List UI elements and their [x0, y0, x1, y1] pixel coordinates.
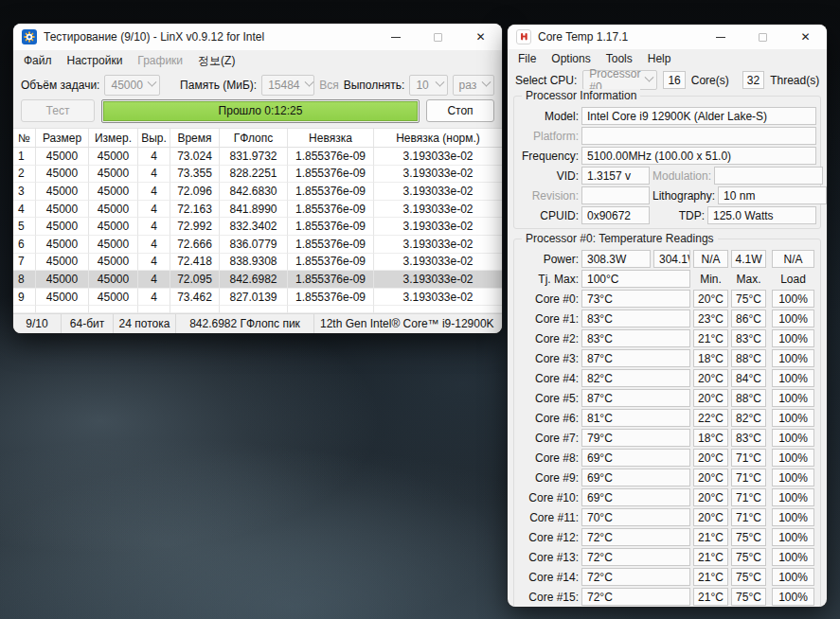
core-current-temp: 79°C: [581, 429, 690, 447]
column-header[interactable]: Время: [170, 129, 220, 148]
core-label: Core #12:: [518, 531, 579, 544]
core-min-temp: 18°C: [693, 349, 728, 367]
core-count-label: Core(s): [691, 74, 729, 87]
platform-value: [581, 127, 816, 145]
core-temp-row: Core #9: 69°C 20°C 71°C 100%: [518, 469, 816, 486]
core-current-temp: 87°C: [581, 389, 690, 407]
core-max-temp: 84°C: [731, 369, 766, 387]
core-temp-rows: Core #0: 73°C 20°C 75°C 100% Core #1: 83…: [518, 290, 816, 606]
run-count-combo[interactable]: 10: [409, 75, 447, 96]
core-min-temp: 21°C: [693, 548, 728, 566]
coretemp-titlebar[interactable]: Core Temp 1.17.1 ✕: [508, 25, 827, 49]
core-max-temp: 86°C: [731, 310, 766, 327]
core-min-temp: 22°C: [693, 409, 728, 427]
core-load: 100%: [772, 349, 814, 367]
core-current-temp: 69°C: [581, 469, 690, 486]
core-current-temp: 83°C: [581, 310, 690, 327]
power-value: N/A: [772, 250, 814, 268]
power-value: N/A: [693, 250, 728, 268]
column-header[interactable]: Размер: [36, 129, 89, 148]
table-row[interactable]: 5 45000 45000 4 72.992 832.3402 1.855376…: [13, 218, 502, 236]
table-row[interactable]: 4 45000 45000 4 72.163 841.8990 1.855376…: [13, 201, 502, 219]
menu-item[interactable]: Options: [544, 50, 598, 67]
core-max-temp: 88°C: [731, 349, 766, 367]
table-row[interactable]: 7 45000 45000 4 72.418 838.9308 1.855376…: [13, 254, 502, 272]
maximize-icon: [434, 33, 442, 42]
max-column-header: Max.: [731, 273, 766, 286]
menu-item[interactable]: Файл: [16, 52, 60, 69]
table-row[interactable]: 9 45000 45000 4 73.462 827.0139 1.855376…: [13, 289, 502, 307]
table-row[interactable]: 2 45000 45000 4 73.355 828.2251 1.855376…: [13, 166, 502, 184]
menu-item[interactable]: Настройки: [60, 52, 131, 69]
menu-item[interactable]: Help: [640, 50, 679, 67]
menu-item[interactable]: 정보(Z): [190, 51, 242, 71]
core-current-temp: 72°C: [581, 568, 690, 586]
memory-label: Память (МиБ):: [180, 79, 257, 92]
core-temp-row: Core #6: 81°C 22°C 82°C 100%: [518, 409, 816, 427]
core-min-temp: 20°C: [693, 449, 728, 467]
cpuid-label: CPUID:: [518, 209, 579, 222]
thread-count-label: Thread(s): [770, 74, 819, 87]
linx-titlebar[interactable]: Тестирование (9/10) - LinX v0.9.12 for I…: [13, 24, 502, 50]
core-min-temp: 20°C: [693, 369, 728, 387]
column-header[interactable]: Невязка (норм.): [374, 129, 502, 148]
chevron-down-icon: [147, 78, 156, 87]
column-header[interactable]: Выр.: [138, 129, 170, 148]
table-row[interactable]: 1 45000 45000 4 73.024 831.9732 1.855376…: [13, 148, 502, 166]
coretemp-app-icon: [516, 29, 531, 44]
linx-app-icon: [22, 29, 37, 44]
run-unit-combo[interactable]: раз: [453, 75, 494, 96]
core-max-temp: 71°C: [731, 508, 766, 526]
problem-size-combo[interactable]: 45000: [104, 75, 159, 96]
column-header[interactable]: Невязка: [288, 129, 374, 148]
core-load: 100%: [772, 369, 814, 387]
core-label: Core #14:: [518, 571, 579, 584]
core-temp-row: Core #10: 69°C 20°C 71°C 100%: [518, 488, 816, 506]
column-header[interactable]: ГФлопс: [220, 129, 288, 148]
core-label: Core #3:: [518, 352, 579, 365]
linx-menubar: ФайлНастройкиГрафики정보(Z): [13, 50, 502, 71]
processor-combo[interactable]: Processor #0: [582, 70, 657, 90]
core-current-temp: 72°C: [581, 588, 690, 606]
maximize-button[interactable]: [742, 25, 784, 49]
core-max-temp: 82°C: [731, 409, 766, 427]
lithography-label: Lithography:: [652, 189, 715, 203]
core-current-temp: 72°C: [581, 548, 690, 566]
menu-item[interactable]: File: [510, 50, 544, 67]
tdp-label: TDP:: [652, 209, 705, 222]
core-current-temp: 83°C: [581, 329, 690, 347]
tjmax-value: 100°C: [581, 270, 690, 288]
core-label: Core #9:: [518, 471, 579, 485]
table-row[interactable]: 3 45000 45000 4 72.096 842.6830 1.855376…: [13, 183, 502, 201]
core-min-temp: 18°C: [693, 429, 728, 447]
chevron-down-icon: [645, 73, 654, 82]
core-temp-row: Core #3: 87°C 18°C 88°C 100%: [518, 349, 816, 367]
core-label: Core #0:: [518, 292, 579, 306]
column-header[interactable]: №: [13, 129, 36, 148]
memory-combo[interactable]: 15484: [261, 75, 314, 96]
table-row[interactable]: 6 45000 45000 4 72.666 836.0779 1.855376…: [13, 236, 502, 254]
tjmax-label: Tj. Max:: [518, 273, 579, 286]
column-header[interactable]: Измер.: [89, 129, 138, 148]
core-current-temp: 81°C: [581, 409, 690, 427]
core-load: 100%: [772, 310, 814, 327]
thread-count-box: 32: [742, 71, 764, 89]
minimize-button[interactable]: [699, 25, 742, 49]
maximize-button[interactable]: [417, 24, 459, 50]
menu-item[interactable]: Графики: [130, 52, 190, 69]
core-max-temp: 75°C: [731, 548, 766, 566]
test-button[interactable]: Тест: [21, 99, 95, 122]
core-min-temp: 23°C: [693, 310, 728, 327]
core-label: Core #1:: [518, 312, 579, 326]
minimize-button[interactable]: [374, 24, 417, 50]
core-temp-row: Core #15: 72°C 21°C 75°C 100%: [518, 588, 816, 606]
stop-button[interactable]: Стоп: [426, 99, 494, 122]
close-button[interactable]: ✕: [459, 24, 502, 50]
core-load: 100%: [772, 488, 814, 506]
core-current-temp: 87°C: [581, 349, 690, 367]
revision-value: [581, 186, 650, 204]
menu-item[interactable]: Tools: [599, 50, 640, 67]
core-max-temp: 75°C: [731, 290, 766, 308]
close-button[interactable]: ✕: [784, 25, 827, 49]
table-row[interactable]: 8 45000 45000 4 72.095 842.6982 1.855376…: [13, 271, 502, 289]
